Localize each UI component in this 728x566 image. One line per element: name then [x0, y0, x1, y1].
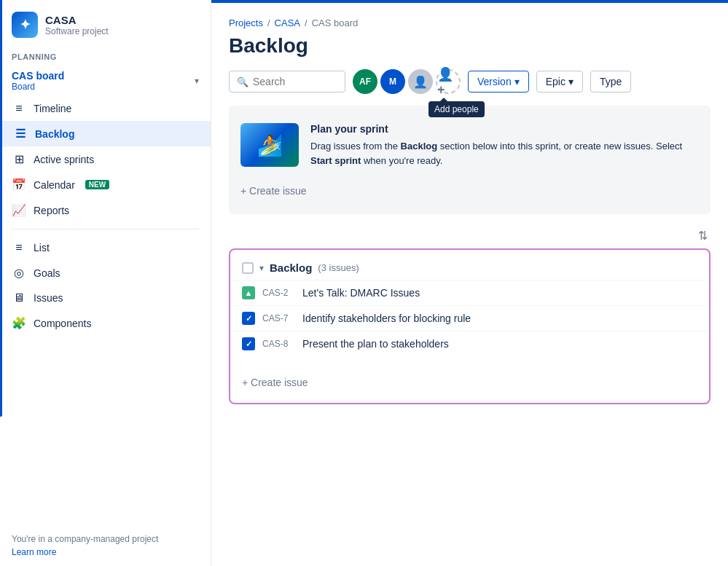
sidebar: ✦ CASA Software project PLANNING CAS boa…	[0, 0, 211, 566]
sidebar-item-list[interactable]: ≡ List	[0, 235, 211, 260]
breadcrumb-sep-2: /	[305, 17, 308, 28]
sidebar-item-components[interactable]: 🧩 Components	[0, 310, 211, 336]
issue-title: Let's Talk: DMARC Issues	[302, 287, 420, 299]
search-box[interactable]: 🔍	[229, 71, 345, 93]
app-subtitle: Software project	[45, 26, 109, 36]
list-icon: ≡	[12, 241, 26, 254]
version-filter-label: Version	[477, 76, 512, 87]
issue-type-task-icon: ✓	[242, 312, 255, 325]
backlog-checkbox[interactable]	[242, 262, 254, 274]
sidebar-item-label-calendar: Calendar	[34, 179, 75, 191]
breadcrumb-casboard: CAS board	[312, 17, 359, 28]
sprint-area: 🏄 Plan your sprint Drag issues from the …	[229, 106, 711, 214]
sidebar-item-timeline[interactable]: ≡ Timeline	[0, 96, 211, 121]
epic-chevron-icon: ▾	[568, 76, 574, 87]
active-sprints-icon: ⊞	[12, 152, 26, 166]
backlog-section-title: Backlog	[270, 262, 312, 274]
plan-sprint-title: Plan your sprint	[310, 123, 699, 135]
sidebar-item-label-backlog: Backlog	[35, 128, 74, 140]
type-filter-button[interactable]: Type	[590, 71, 631, 93]
avatar-ghost[interactable]: 👤	[408, 69, 433, 94]
add-people-tooltip: Add people	[428, 101, 485, 117]
sidebar-item-label-components: Components	[34, 318, 91, 329]
sidebar-item-label-timeline: Timeline	[34, 103, 71, 114]
start-sprint-bold: Start sprint	[310, 155, 361, 166]
table-row[interactable]: ▲ CAS-2 Let's Talk: DMARC Issues	[230, 280, 709, 305]
backlog-bold: Backlog	[401, 141, 438, 152]
planning-section-label: PLANNING	[0, 47, 211, 66]
footer-text: You're in a company-managed project	[12, 534, 158, 544]
sidebar-item-label-issues: Issues	[34, 292, 63, 304]
version-filter-button[interactable]: Version ▾	[468, 71, 529, 93]
table-row[interactable]: ✓ CAS-7 Identify stakeholders for blocki…	[230, 305, 709, 331]
issue-type-story-icon: ▲	[242, 286, 255, 299]
backlog-count: (3 issues)	[318, 262, 359, 273]
reports-icon: 📈	[12, 203, 26, 217]
breadcrumb-casa[interactable]: CASA	[275, 17, 300, 28]
new-badge: NEW	[85, 180, 109, 189]
cas-board-sub: Board	[12, 82, 64, 92]
components-icon: 🧩	[12, 316, 26, 330]
add-people-button[interactable]: 👤+	[436, 69, 461, 94]
active-indicator	[0, 0, 2, 417]
sidebar-footer: You're in a company-managed project Lear…	[0, 525, 211, 566]
app-name: CASA	[45, 14, 109, 26]
backlog-chevron-icon[interactable]: ▾	[259, 263, 264, 273]
cas-board-item[interactable]: CAS board Board ▾	[0, 66, 211, 93]
add-people-wrapper: 👤+ Add people	[436, 69, 461, 94]
cas-board-section: CAS board Board ▾	[0, 66, 211, 93]
plan-sprint-text: Plan your sprint Drag issues from the Ba…	[310, 123, 699, 168]
search-input[interactable]	[253, 76, 337, 87]
type-filter-label: Type	[600, 76, 622, 87]
sidebar-item-backlog[interactable]: ☰ Backlog	[0, 121, 211, 146]
sidebar-divider	[12, 229, 199, 229]
avatar-m[interactable]: M	[380, 69, 405, 94]
create-issue-button-backlog[interactable]: + Create issue	[242, 371, 308, 394]
avatar-af[interactable]: AF	[353, 69, 377, 94]
table-row[interactable]: ✓ CAS-8 Present the plan to stakeholders	[230, 331, 709, 356]
plan-sprint-section: 🏄 Plan your sprint Drag issues from the …	[240, 117, 699, 173]
breadcrumb: Projects / CASA / CAS board	[229, 17, 711, 28]
avatars-group: AF M 👤 👤+ Add people	[353, 69, 461, 94]
sidebar-item-label-list: List	[34, 242, 50, 253]
toolbar: 🔍 AF M 👤 👤+ Add people Version ▾ Epic ▾	[229, 69, 711, 94]
sidebar-item-calendar[interactable]: 📅 Calendar NEW	[0, 172, 211, 197]
breadcrumb-projects[interactable]: Projects	[229, 17, 263, 28]
app-logo: ✦	[12, 12, 38, 38]
sidebar-item-issues[interactable]: 🖥 Issues	[0, 286, 211, 310]
main-content: Projects / CASA / CAS board Backlog 🔍 AF…	[211, 3, 728, 566]
issue-id: CAS-8	[262, 339, 295, 349]
cas-board-left: CAS board Board	[12, 70, 64, 92]
plan-sprint-description: Drag issues from the Backlog section bel…	[310, 139, 699, 168]
filter-icon-button[interactable]: ⇅	[695, 226, 711, 245]
calendar-icon: 📅	[12, 178, 26, 192]
page-title: Backlog	[229, 34, 711, 58]
search-icon: 🔍	[237, 76, 248, 87]
timeline-icon: ≡	[12, 102, 26, 115]
epic-filter-button[interactable]: Epic ▾	[536, 71, 583, 93]
backlog-actions-row: + Create issue	[230, 359, 709, 394]
version-chevron-icon: ▾	[514, 76, 520, 87]
logo-area: ✦ CASA Software project	[0, 0, 211, 47]
sidebar-item-goals[interactable]: ◎ Goals	[0, 260, 211, 286]
create-issue-button-sprint[interactable]: + Create issue	[240, 179, 307, 203]
sidebar-item-reports[interactable]: 📈 Reports	[0, 197, 211, 223]
footer-learn-more[interactable]: Learn more	[12, 547, 199, 557]
issue-id: CAS-2	[262, 288, 295, 298]
issue-title: Present the plan to stakeholders	[302, 338, 449, 350]
issues-icon: 🖥	[12, 291, 26, 304]
issue-id: CAS-7	[262, 313, 295, 323]
cas-board-name: CAS board	[12, 70, 64, 82]
breadcrumb-sep-1: /	[267, 17, 270, 28]
backlog-section: ▾ Backlog (3 issues) ▲ CAS-2 Let's Talk:…	[229, 248, 711, 404]
cas-board-chevron: ▾	[195, 76, 199, 86]
backlog-header-row: ▾ Backlog (3 issues)	[230, 259, 709, 280]
app-name-area: CASA Software project	[45, 14, 109, 36]
issue-type-task-icon-2: ✓	[242, 337, 255, 350]
sidebar-item-label-goals: Goals	[34, 267, 60, 279]
issue-title: Identify stakeholders for blocking rule	[302, 313, 471, 324]
sidebar-item-active-sprints[interactable]: ⊞ Active sprints	[0, 146, 211, 172]
plan-sprint-image: 🏄	[240, 123, 299, 167]
main-area: Projects / CASA / CAS board Backlog 🔍 AF…	[211, 0, 728, 566]
epic-filter-label: Epic	[546, 76, 565, 87]
